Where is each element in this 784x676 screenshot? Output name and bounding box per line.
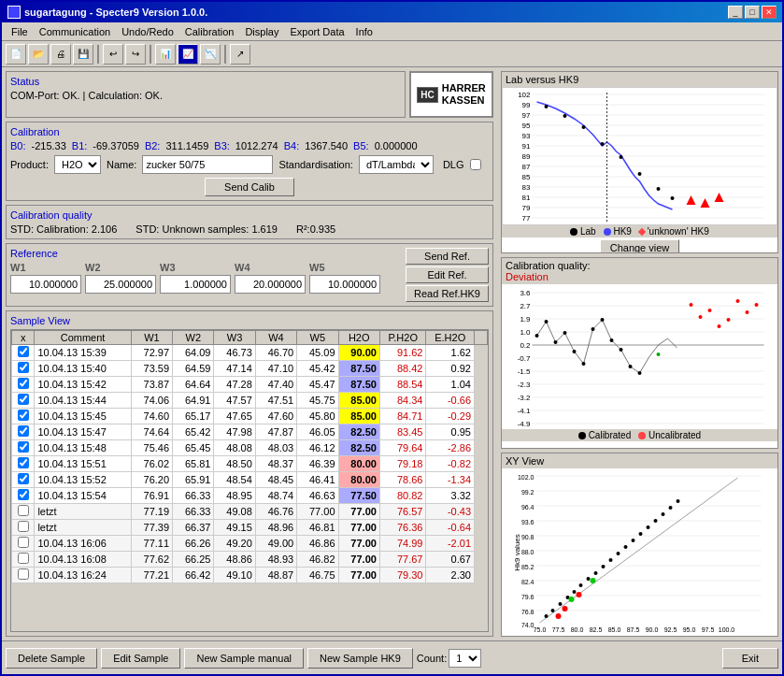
menu-display[interactable]: Display bbox=[239, 25, 284, 38]
svg-text:102: 102 bbox=[518, 91, 531, 99]
dlg-checkbox[interactable] bbox=[470, 159, 481, 170]
row-checkbox[interactable] bbox=[18, 378, 29, 389]
table-row[interactable]: letzt 77.39 66.37 49.15 48.96 46.81 77.0… bbox=[12, 520, 488, 536]
row-ph2o: 77.67 bbox=[379, 552, 426, 568]
toolbar-print[interactable]: 🖨 bbox=[50, 44, 71, 65]
row-w5: 46.39 bbox=[297, 456, 338, 472]
exit-button[interactable]: Exit bbox=[722, 648, 778, 669]
toolbar-chart1[interactable]: 📊 bbox=[155, 44, 176, 65]
count-select[interactable]: 1 2 3 bbox=[449, 649, 481, 668]
row-comment: 10.04.13 15:44 bbox=[35, 393, 131, 409]
new-sample-hk9-button[interactable]: New Sample HK9 bbox=[307, 648, 413, 669]
menu-info[interactable]: Info bbox=[350, 25, 378, 38]
row-w4: 48.96 bbox=[255, 520, 296, 536]
send-calib-button[interactable]: Send Calib bbox=[205, 178, 294, 196]
menu-export-data[interactable]: Export Data bbox=[284, 25, 349, 38]
svg-text:77.5: 77.5 bbox=[552, 626, 565, 632]
row-checkbox[interactable] bbox=[18, 473, 29, 484]
row-checkbox[interactable] bbox=[18, 568, 29, 580]
row-checkbox[interactable] bbox=[18, 505, 29, 516]
std-select[interactable]: dT/Lambda bbox=[359, 155, 434, 174]
minimize-button[interactable]: _ bbox=[728, 6, 743, 19]
table-row[interactable]: 10.04.13 16:08 77.62 66.25 48.86 48.93 4… bbox=[12, 552, 488, 568]
table-row[interactable]: 10.04.13 15:42 73.87 64.64 47.28 47.40 4… bbox=[12, 377, 488, 393]
edit-sample-button[interactable]: Edit Sample bbox=[101, 648, 180, 669]
menu-calibration[interactable]: Calibration bbox=[179, 25, 240, 38]
toolbar-open[interactable]: 📂 bbox=[28, 44, 49, 65]
row-w1: 74.64 bbox=[131, 424, 172, 440]
table-row[interactable]: 10.04.13 15:48 75.46 65.45 48.08 48.03 4… bbox=[12, 440, 488, 456]
row-checkbox[interactable] bbox=[18, 410, 29, 421]
menu-file[interactable]: File bbox=[6, 25, 34, 38]
toolbar-redo[interactable]: ↪ bbox=[125, 44, 146, 65]
row-h2o: 82.50 bbox=[338, 440, 379, 456]
toolbar-undo[interactable]: ↩ bbox=[103, 44, 123, 65]
toolbar-export[interactable]: ↗ bbox=[230, 44, 250, 65]
ref-w4[interactable] bbox=[235, 275, 306, 294]
read-ref-button[interactable]: Read Ref.HK9 bbox=[406, 285, 489, 302]
row-checkbox[interactable] bbox=[18, 489, 29, 500]
ref-w2[interactable] bbox=[85, 275, 156, 294]
menu-undo-redo[interactable]: Undo/Redo bbox=[116, 25, 179, 38]
table-row[interactable]: letzt 77.19 66.33 49.08 46.76 77.00 77.0… bbox=[12, 504, 488, 520]
close-button[interactable]: ✕ bbox=[762, 6, 777, 19]
row-checkbox[interactable] bbox=[18, 346, 29, 357]
row-checkbox[interactable] bbox=[18, 394, 29, 405]
title-bar: sugartagung - Specter9 Version 1.0.0. _ … bbox=[2, 2, 782, 22]
send-ref-button[interactable]: Send Ref. bbox=[406, 248, 489, 265]
svg-point-127 bbox=[624, 545, 628, 549]
row-checkbox[interactable] bbox=[18, 521, 29, 532]
row-checkbox[interactable] bbox=[18, 457, 29, 468]
svg-text:93: 93 bbox=[522, 132, 531, 140]
row-checkbox[interactable] bbox=[18, 441, 29, 453]
lab-vs-hk9-chart: Lab versus HK9 102 99 97 95 93 91 89 87 … bbox=[501, 71, 778, 253]
menu-communication[interactable]: Communication bbox=[34, 25, 116, 38]
product-select[interactable]: H2O bbox=[54, 155, 101, 174]
table-row[interactable]: 10.04.13 15:39 72.97 64.09 46.73 46.70 4… bbox=[12, 345, 488, 361]
xy-view-chart: XY View Hk9 values 102.0 99.2 96.4 93.6 … bbox=[501, 453, 778, 637]
maximize-button[interactable]: □ bbox=[745, 6, 760, 19]
ref-w1[interactable] bbox=[10, 275, 81, 294]
table-row[interactable]: 10.04.13 15:45 74.60 65.17 47.65 47.60 4… bbox=[12, 409, 488, 424]
svg-text:2.7: 2.7 bbox=[520, 302, 531, 310]
svg-point-32 bbox=[657, 187, 661, 191]
row-w3: 46.73 bbox=[214, 345, 255, 361]
edit-ref-button[interactable]: Edit Ref. bbox=[406, 266, 489, 283]
calibration-title: Calibration bbox=[10, 126, 489, 137]
table-row[interactable]: 10.04.13 15:52 76.20 65.91 48.54 48.45 4… bbox=[12, 472, 488, 488]
table-row[interactable]: 10.04.13 15:51 76.02 65.81 48.50 48.37 4… bbox=[12, 456, 488, 472]
name-input[interactable] bbox=[142, 155, 273, 174]
sample-table-wrapper[interactable]: x Comment W1 W2 W3 W4 W5 H2O P.H2O E.H2O bbox=[10, 329, 489, 632]
toolbar-new[interactable]: 📄 bbox=[6, 44, 26, 65]
toolbar-chart3[interactable]: 📉 bbox=[200, 44, 221, 65]
delete-sample-button[interactable]: Delete Sample bbox=[6, 648, 97, 669]
coeff-b2-name: B2: bbox=[145, 140, 161, 151]
table-row[interactable]: 10.04.13 16:06 77.11 66.26 49.20 49.00 4… bbox=[12, 536, 488, 552]
deviation-legend: Calibrated Uncalibrated bbox=[502, 429, 777, 441]
row-checkbox[interactable] bbox=[18, 553, 29, 564]
ref-w3[interactable] bbox=[160, 275, 231, 294]
table-row[interactable]: 10.04.13 16:24 77.21 66.42 49.10 48.87 4… bbox=[12, 568, 488, 583]
row-eh2o: 0.95 bbox=[426, 424, 475, 440]
table-row[interactable]: 10.04.13 15:40 73.59 64.59 47.14 47.10 4… bbox=[12, 361, 488, 377]
status-text: COM-Port: OK. | Calculation: OK. bbox=[10, 90, 401, 101]
svg-point-61 bbox=[535, 334, 539, 338]
row-checkbox[interactable] bbox=[18, 425, 29, 437]
table-row[interactable]: 10.04.13 15:47 74.64 65.42 47.98 47.87 4… bbox=[12, 424, 488, 440]
row-checkbox[interactable] bbox=[18, 537, 29, 548]
row-h2o: 85.00 bbox=[338, 409, 379, 424]
row-w1: 77.62 bbox=[131, 552, 172, 568]
row-w1: 72.97 bbox=[131, 345, 172, 361]
row-comment: 10.04.13 16:24 bbox=[35, 568, 131, 583]
toolbar-save[interactable]: 💾 bbox=[73, 44, 93, 65]
svg-point-81 bbox=[755, 303, 759, 307]
toolbar-chart2[interactable]: 📈 bbox=[178, 44, 198, 65]
svg-point-75 bbox=[699, 315, 703, 319]
table-row[interactable]: 10.04.13 15:54 76.91 66.33 48.95 48.74 4… bbox=[12, 488, 488, 504]
ref-w5[interactable] bbox=[309, 275, 380, 294]
row-checkbox[interactable] bbox=[18, 362, 29, 373]
new-sample-manual-button[interactable]: New Sample manual bbox=[184, 648, 304, 669]
change-view-button[interactable]: Change view bbox=[600, 239, 680, 253]
table-row[interactable]: 10.04.13 15:44 74.06 64.91 47.57 47.51 4… bbox=[12, 393, 488, 409]
svg-point-67 bbox=[592, 327, 595, 331]
